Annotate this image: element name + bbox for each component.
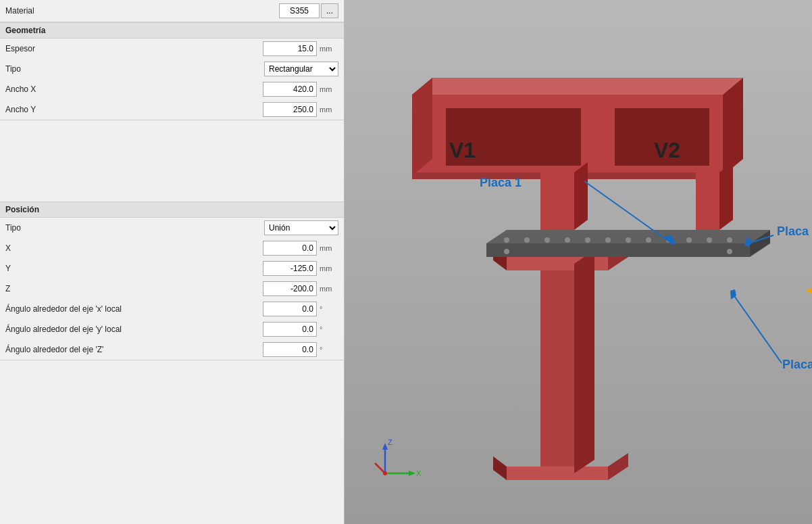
bolt-10 — [686, 237, 692, 243]
tipo-pos-select[interactable]: Unión — [264, 220, 338, 235]
position-section: Posición Tipo Unión X mm Y mm Z mm — [0, 201, 344, 360]
espesor-input[interactable] — [263, 41, 317, 56]
angle-x-label: Ángulo alrededor del eje 'x' local — [5, 304, 263, 314]
position-header: Posición — [0, 201, 344, 218]
geometry-section: Geometría Espesor mm Tipo Rectangular An… — [0, 22, 344, 120]
material-label: Material — [5, 6, 279, 16]
stiffener-v2-side — [719, 162, 733, 230]
3d-viewport[interactable]: Placa 1 Placa 2 Placa 3 V1 V2 -200mm -12… — [345, 0, 812, 524]
beam-top — [412, 78, 743, 95]
stiffener-v1-side — [574, 162, 588, 230]
tipo-geom-row: Tipo Rectangular — [0, 59, 344, 79]
x-label: X — [5, 243, 263, 253]
bolt-1 — [504, 237, 509, 243]
espesor-unit: mm — [320, 45, 338, 53]
placa1-label-text: Placa 1 — [480, 176, 522, 189]
bolt-7 — [626, 237, 631, 243]
angle-y-unit: ° — [320, 325, 338, 333]
bolt-4 — [565, 237, 570, 243]
z-unit: mm — [320, 285, 338, 293]
ancho-x-unit: mm — [320, 85, 338, 93]
material-browse-button[interactable]: ... — [321, 3, 338, 18]
svg-text:X: X — [416, 469, 422, 477]
stiffener-v2-front — [696, 172, 719, 230]
bolt-2 — [524, 237, 530, 243]
svg-point-8 — [383, 471, 387, 475]
angle-y-label: Ángulo alrededor del eje 'y' local — [5, 325, 263, 334]
bolt-13 — [504, 249, 509, 254]
angle-x-row: Ángulo alrededor del eje 'x' local ° — [0, 299, 344, 319]
col-flange-bot-front — [507, 467, 608, 480]
scene-svg: Placa 1 Placa 2 Placa 3 V1 V2 -200mm -12… — [345, 0, 812, 524]
v1-label-text: V1 — [449, 138, 476, 162]
plate-front — [486, 243, 750, 257]
placa2-label-text: Placa 2 — [777, 224, 812, 238]
placa3-label-text: Placa 3 — [782, 358, 812, 371]
ancho-x-input[interactable] — [263, 82, 317, 97]
spacer-geometry — [0, 120, 344, 201]
x-row: X mm — [0, 238, 344, 258]
ancho-y-unit: mm — [320, 105, 338, 114]
left-panel: Material S355 ... Geometría Espesor mm T… — [0, 0, 345, 524]
bolt-5 — [585, 237, 590, 243]
y-unit: mm — [320, 264, 338, 272]
angle-z-row: Ángulo alrededor del eje 'Z' ° — [0, 339, 344, 360]
x-input[interactable] — [263, 241, 317, 256]
espesor-row: Espesor mm — [0, 39, 344, 59]
ancho-x-row: Ancho X mm — [0, 79, 344, 99]
z-input[interactable] — [263, 281, 317, 296]
ancho-y-label: Ancho Y — [5, 105, 263, 114]
bolt-6 — [605, 237, 611, 243]
angle-y-input[interactable] — [263, 322, 317, 337]
z-row: Z mm — [0, 279, 344, 299]
bolt-11 — [707, 237, 712, 243]
z-label: Z — [5, 284, 263, 293]
tipo-pos-label: Tipo — [5, 223, 264, 233]
angle-z-unit: ° — [320, 346, 338, 354]
y-label: Y — [5, 264, 263, 273]
y-row: Y mm — [0, 258, 344, 279]
bolt-12 — [727, 237, 732, 243]
stiffener-v1-front — [540, 172, 574, 230]
column-web-side — [574, 250, 594, 473]
ancho-y-row: Ancho Y mm — [0, 99, 344, 120]
svg-text:Z: Z — [388, 438, 392, 446]
material-section: Material S355 ... — [0, 0, 344, 22]
angle-z-input[interactable] — [263, 342, 317, 357]
angle-x-unit: ° — [320, 305, 338, 313]
angle-z-label: Ángulo alrededor del eje 'Z' — [5, 345, 263, 354]
bolt-14 — [727, 249, 732, 254]
ancho-x-label: Ancho X — [5, 85, 263, 94]
angle-y-row: Ángulo alrededor del eje 'y' local ° — [0, 319, 344, 339]
column-web-front — [540, 264, 574, 473]
v2-label-text: V2 — [654, 138, 680, 162]
material-value-button[interactable]: S355 — [279, 3, 320, 18]
x-unit: mm — [320, 244, 338, 252]
beam-right — [723, 78, 743, 176]
tipo-pos-row: Tipo Unión — [0, 218, 344, 238]
y-input[interactable] — [263, 261, 317, 276]
beam-left-end — [412, 78, 432, 176]
espesor-label: Espesor — [5, 44, 263, 53]
geometry-header: Geometría — [0, 22, 344, 39]
tipo-geom-select[interactable]: Rectangular — [264, 62, 338, 76]
bolt-3 — [544, 237, 550, 243]
angle-x-input[interactable] — [263, 302, 317, 316]
ancho-y-input[interactable] — [263, 102, 317, 117]
bolt-8 — [646, 237, 651, 243]
tipo-geom-label: Tipo — [5, 64, 264, 74]
scene: Placa 1 Placa 2 Placa 3 V1 V2 -200mm -12… — [345, 0, 812, 524]
